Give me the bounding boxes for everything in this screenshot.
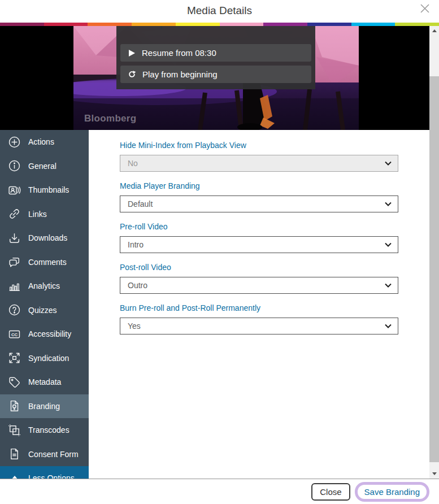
sidebar-item-label: Transcodes [28, 425, 69, 435]
media-details-modal: Media Details [0, 0, 439, 504]
scroll-up-button[interactable] [429, 26, 439, 36]
sidebar-item-general[interactable]: General [0, 154, 89, 179]
field-label: Burn Pre-roll and Post-Roll Permanently [120, 303, 429, 312]
video-player: Bloomberg Resume from 08:30 Play from be… [0, 26, 429, 130]
close-icon[interactable] [419, 2, 431, 15]
sidebar-item-metadata[interactable]: Metadata [0, 370, 89, 394]
field-label: Post-roll Video [120, 263, 429, 272]
comments-icon [7, 255, 21, 269]
branding-icon [7, 399, 21, 413]
modal-footer: Close Save Branding [0, 479, 439, 504]
select-value: Yes [128, 321, 141, 331]
sidebar: Actions General Thumbnails Links [0, 130, 89, 479]
tag-icon [7, 375, 21, 389]
sidebar-item-accessibility[interactable]: CC Accessibility [0, 322, 89, 346]
resume-label: Resume from 08:30 [142, 48, 216, 58]
field-pre-roll-video: Pre-roll Video Intro [120, 222, 429, 253]
bar-chart-icon [7, 279, 21, 293]
sidebar-item-downloads[interactable]: Downloads [0, 226, 89, 250]
chevron-down-icon [385, 242, 392, 247]
sidebar-item-label: Analytics [28, 281, 60, 290]
transcodes-icon [7, 423, 21, 437]
select-value: Intro [128, 240, 144, 249]
sidebar-item-label: Consent Form [28, 450, 79, 459]
post-roll-video-select[interactable]: Outro [120, 277, 398, 294]
replay-icon [128, 70, 136, 79]
bloomberg-watermark: Bloomberg [84, 113, 136, 124]
chevron-down-icon [385, 161, 392, 166]
field-label: Pre-roll Video [120, 222, 429, 231]
modal-header: Media Details [0, 0, 439, 23]
media-player-branding-select[interactable]: Default [120, 195, 398, 212]
sidebar-item-label: Links [28, 210, 47, 219]
sidebar-item-label: Metadata [28, 377, 61, 386]
field-label: Hide Mini-Index from Playback View [120, 141, 429, 150]
sidebar-item-label: Less Options [28, 473, 75, 479]
link-icon [7, 207, 21, 221]
scrollbar-thumb[interactable] [429, 76, 439, 462]
sidebar-item-links[interactable]: Links [0, 202, 89, 227]
plus-circle-icon [7, 135, 21, 149]
document-icon [7, 447, 21, 461]
field-post-roll-video: Post-roll Video Outro [120, 263, 429, 294]
sidebar-item-label: Thumbnails [28, 185, 69, 194]
sidebar-item-label: Branding [28, 402, 60, 411]
scrollbar-track[interactable] [429, 26, 439, 479]
resume-button[interactable]: Resume from 08:30 [120, 44, 311, 62]
sidebar-item-branding[interactable]: Branding [0, 394, 89, 419]
play-from-beginning-button[interactable]: Play from beginning [120, 66, 311, 83]
sidebar-item-comments[interactable]: Comments [0, 250, 89, 275]
info-circle-icon [7, 159, 21, 173]
play-icon [128, 49, 136, 57]
field-hide-mini-index: Hide Mini-Index from Playback View No [120, 141, 429, 172]
play-from-beginning-label: Play from beginning [142, 69, 218, 79]
sidebar-item-less-options[interactable]: Less Options [0, 466, 89, 479]
branding-form: Hide Mini-Index from Playback View No Me… [89, 130, 429, 479]
sidebar-item-label: Downloads [28, 233, 67, 242]
sidebar-item-quizzes[interactable]: Quizzes [0, 298, 89, 323]
select-value: Outro [128, 281, 147, 290]
sidebar-item-syndication[interactable]: Syndication [0, 346, 89, 371]
svg-text:CC: CC [11, 332, 18, 337]
save-branding-focus-ring: Save Branding [355, 482, 429, 502]
sidebar-item-label: Comments [28, 258, 67, 267]
question-circle-icon [7, 303, 21, 317]
chevron-down-icon [385, 202, 392, 206]
sidebar-item-actions[interactable]: Actions [0, 130, 89, 154]
save-branding-button[interactable]: Save Branding [358, 485, 427, 499]
sidebar-item-analytics[interactable]: Analytics [0, 274, 89, 298]
sidebar-item-label: General [28, 162, 56, 171]
scroll-down-button[interactable] [429, 469, 439, 479]
select-value: No [128, 159, 138, 168]
sidebar-item-transcodes[interactable]: Transcodes [0, 418, 89, 442]
field-label: Media Player Branding [120, 181, 429, 190]
sidebar-item-label: Syndication [28, 354, 69, 363]
page-title: Media Details [0, 0, 439, 21]
download-icon [7, 231, 21, 245]
chevron-down-icon [385, 324, 392, 328]
thumbnails-icon [7, 183, 21, 197]
hide-mini-index-select[interactable]: No [120, 155, 398, 172]
sidebar-item-thumbnails[interactable]: Thumbnails [0, 178, 89, 202]
cc-icon: CC [7, 327, 21, 341]
pre-roll-video-select[interactable]: Intro [120, 236, 398, 253]
burn-pre-post-roll-select[interactable]: Yes [120, 318, 398, 334]
chevron-down-icon [385, 283, 392, 288]
sidebar-item-label: Actions [28, 137, 54, 146]
select-value: Default [128, 199, 153, 208]
field-media-player-branding: Media Player Branding Default [120, 181, 429, 212]
sidebar-item-label: Accessibility [28, 329, 71, 338]
scroll-up-icon [432, 29, 437, 32]
close-button[interactable]: Close [311, 483, 350, 501]
sidebar-item-label: Quizzes [28, 306, 57, 315]
sidebar-item-consent-form[interactable]: Consent Form [0, 442, 89, 467]
resume-overlay: Resume from 08:30 Play from beginning [116, 26, 315, 89]
expand-icon [7, 351, 21, 365]
scroll-down-icon [432, 472, 437, 475]
field-burn-pre-post-roll: Burn Pre-roll and Post-Roll Permanently … [120, 303, 429, 334]
